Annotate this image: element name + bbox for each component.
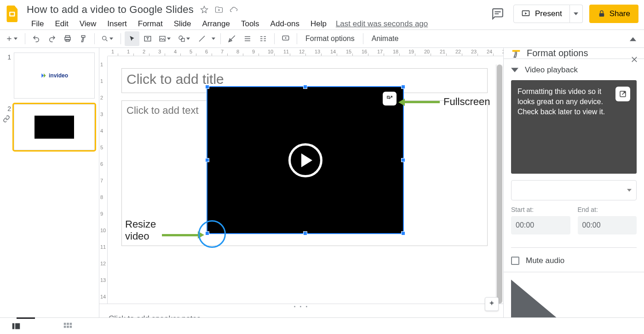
thumb-number: 1 — [2, 53, 11, 61]
svg-rect-19 — [70, 322, 72, 325]
image-tool[interactable] — [156, 31, 174, 46]
share-label: Share — [610, 9, 630, 18]
svg-rect-18 — [67, 322, 69, 325]
svg-rect-13 — [512, 50, 520, 52]
video-playback-section[interactable]: Video playback — [511, 65, 637, 75]
shape-tool[interactable] — [175, 31, 194, 46]
transition-button[interactable] — [224, 31, 239, 46]
align-button[interactable] — [240, 31, 255, 46]
svg-point-10 — [179, 36, 183, 40]
print-button[interactable] — [60, 31, 75, 46]
last-edit-link[interactable]: Last edit was seconds ago — [336, 19, 428, 29]
chevron-down-icon — [511, 66, 518, 74]
collapse-toolbar-button[interactable] — [626, 32, 640, 47]
annotation-resize: Resize video — [125, 218, 245, 242]
svg-rect-20 — [64, 326, 66, 328]
share-button[interactable]: Share — [589, 5, 638, 23]
open-video-icon[interactable] — [615, 87, 630, 101]
svg-rect-17 — [64, 322, 66, 325]
present-button[interactable]: Present — [513, 5, 570, 23]
thumb-slide-2[interactable] — [14, 104, 95, 150]
thumb-number: 2 — [2, 104, 11, 112]
toolbar: Format options Animate — [0, 29, 644, 48]
playback-dropdown[interactable] — [511, 180, 637, 200]
redo-button[interactable] — [45, 31, 59, 46]
svg-rect-15 — [12, 323, 15, 329]
explore-button[interactable] — [485, 297, 499, 311]
comments-icon[interactable] — [489, 5, 507, 23]
line-tool[interactable] — [195, 31, 209, 46]
close-panel-button[interactable] — [630, 55, 638, 64]
play-icon[interactable] — [288, 143, 322, 177]
paint-format-button[interactable] — [76, 31, 91, 46]
undo-button[interactable] — [29, 31, 44, 46]
svg-rect-21 — [67, 326, 69, 328]
notes-drag-handle[interactable]: • • • — [99, 304, 503, 308]
start-at-input[interactable] — [511, 216, 570, 234]
mute-audio-checkbox[interactable] — [511, 257, 519, 265]
horizontal-ruler[interactable]: 1123456789101112131415161718192021222324… — [108, 48, 503, 56]
attachment-icon — [3, 115, 10, 123]
doc-title[interactable]: How to add a video to Google Slides — [27, 4, 194, 16]
star-icon[interactable] — [200, 6, 208, 14]
end-at-input[interactable] — [578, 216, 637, 234]
present-dropdown[interactable] — [570, 5, 583, 23]
svg-rect-3 — [599, 13, 604, 17]
invideo-logo: invideo — [40, 72, 68, 79]
start-label: Start at: — [511, 206, 570, 213]
new-slide-button[interactable] — [3, 31, 21, 46]
more-button[interactable] — [256, 31, 270, 46]
mute-audio-label: Mute audio — [526, 256, 564, 265]
vertical-ruler[interactable]: 11234567891011121314 — [99, 56, 108, 304]
svg-rect-22 — [70, 326, 72, 328]
panel-title: Format options — [527, 48, 588, 59]
svg-rect-11 — [181, 38, 184, 41]
annotation-fullscreen: Fullscreen — [398, 96, 490, 108]
filmstrip-view-button[interactable] — [11, 321, 21, 331]
select-tool[interactable] — [125, 31, 139, 46]
animate-button[interactable]: Animate — [367, 31, 403, 46]
vertical-scrollbar[interactable] — [496, 64, 503, 304]
thumb-slide-1[interactable]: invideo — [14, 53, 95, 99]
fullscreen-button[interactable] — [383, 92, 397, 105]
textbox-tool[interactable] — [140, 31, 155, 46]
svg-rect-1 — [10, 13, 14, 16]
end-label: End at: — [578, 206, 637, 213]
slide[interactable]: Click to add title Click to add text — [121, 68, 488, 275]
bottom-bar — [0, 317, 644, 334]
filmstrip[interactable]: 1 invideo 2 — [0, 48, 99, 334]
header: How to add a video to Google Slides File… — [0, 0, 644, 29]
svg-rect-16 — [15, 323, 20, 329]
video-object[interactable] — [207, 86, 404, 234]
svg-point-7 — [103, 36, 106, 40]
video-preview: Formatting this video so it looks great … — [511, 80, 637, 174]
present-label: Present — [535, 9, 562, 18]
format-options-panel: Format options Video playback Formatting… — [503, 48, 644, 334]
comment-tool[interactable] — [278, 31, 293, 46]
move-icon[interactable] — [215, 6, 223, 14]
zoom-button[interactable] — [98, 31, 117, 46]
format-options-icon — [511, 48, 521, 59]
canvas: 1123456789101112131415161718192021222324… — [99, 48, 503, 334]
cloud-saved-icon[interactable] — [230, 6, 238, 14]
format-options-button[interactable]: Format options — [301, 31, 359, 46]
grid-view-button[interactable] — [63, 321, 73, 331]
line-dropdown[interactable] — [210, 31, 217, 46]
slides-logo[interactable] — [4, 5, 22, 23]
